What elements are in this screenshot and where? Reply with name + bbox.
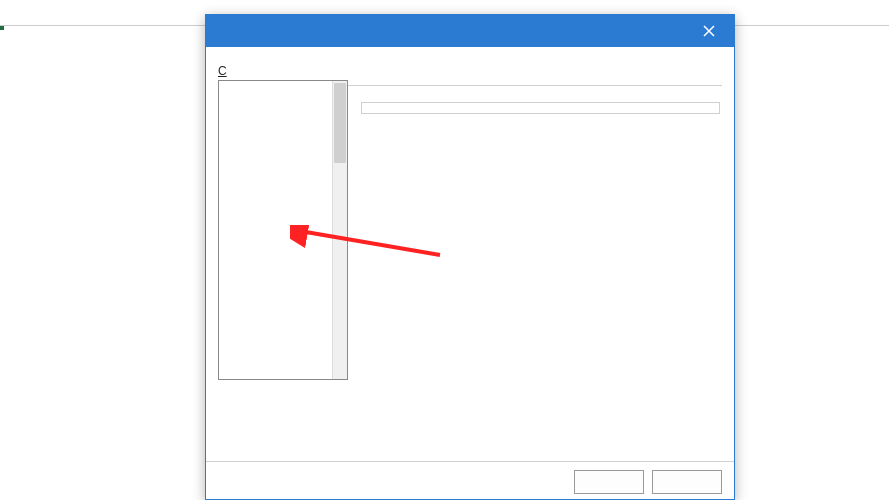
category-label: C bbox=[218, 64, 722, 78]
format-cells-dialog: C bbox=[205, 14, 735, 500]
close-icon[interactable] bbox=[694, 25, 724, 37]
scrollbar[interactable] bbox=[332, 81, 347, 379]
dialog-tabs bbox=[218, 53, 722, 54]
cancel-button[interactable] bbox=[652, 470, 722, 494]
dialog-footer bbox=[206, 461, 734, 500]
dialog-titlebar[interactable] bbox=[206, 15, 734, 47]
scroll-thumb[interactable] bbox=[334, 83, 346, 163]
selection-outline bbox=[0, 26, 4, 30]
sample-box bbox=[361, 102, 720, 114]
category-listbox[interactable] bbox=[218, 80, 348, 380]
ok-button[interactable] bbox=[574, 470, 644, 494]
